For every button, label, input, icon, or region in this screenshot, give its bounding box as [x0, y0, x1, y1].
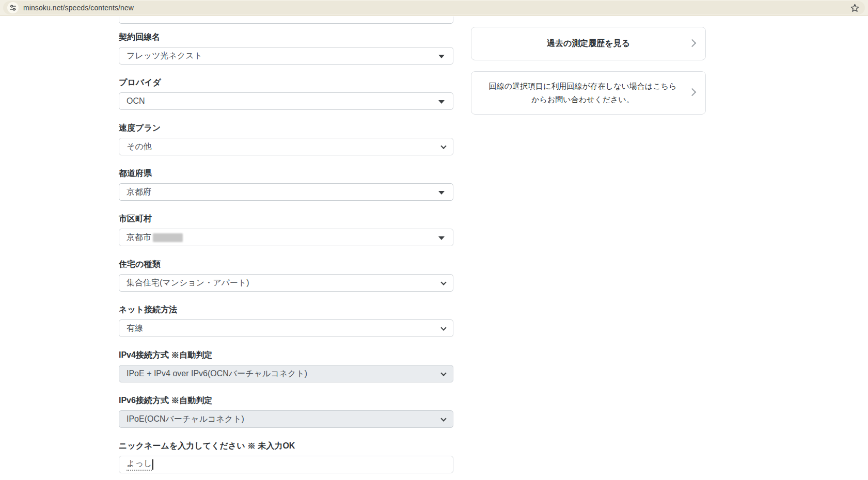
dropdown-triangle-icon [438, 236, 445, 240]
connection-method-select[interactable]: 有線 [119, 319, 453, 337]
city-dropdown[interactable]: 京都市 [119, 229, 453, 246]
housing-type-value: 集合住宅(マンション・アパート) [127, 278, 249, 289]
city-label: 市区町村 [119, 214, 453, 224]
select-chevron-icon [440, 415, 446, 421]
field-city: 市区町村 京都市 [119, 214, 453, 246]
provider-dropdown[interactable]: OCN [119, 92, 453, 110]
contract-line-value: フレッツ光ネクスト [127, 51, 202, 61]
speed-report-form: 契約回線名 フレッツ光ネクスト プロバイダ OCN 速度プラン その他 都道府県 [119, 16, 453, 480]
dropdown-triangle-icon [438, 100, 445, 104]
ipv4-method-select-disabled: IPoE + IPv4 over IPv6(OCNバーチャルコネクト) [119, 365, 453, 382]
bookmark-star-icon[interactable] [848, 2, 861, 14]
field-ipv6-method: IPv6接続方式 ※自動判定 IPoE(OCNバーチャルコネクト) [119, 395, 453, 428]
address-bar[interactable]: minsoku.net/speeds/contents/new [3, 1, 865, 14]
page-content: 契約回線名 フレッツ光ネクスト プロバイダ OCN 速度プラン その他 都道府県 [0, 16, 868, 480]
contract-line-label: 契約回線名 [119, 32, 453, 42]
dropdown-triangle-icon [438, 55, 445, 58]
connection-method-value: 有線 [127, 323, 143, 334]
select-chevron-icon [440, 370, 446, 376]
ipv6-method-value: IPoE(OCNバーチャルコネクト) [127, 414, 244, 425]
truncated-field-above[interactable] [119, 17, 453, 24]
ipv6-method-label: IPv6接続方式 ※自動判定 [119, 395, 453, 406]
field-connection-method: ネット接続方法 有線 [119, 305, 453, 337]
dropdown-triangle-icon [438, 191, 445, 195]
site-settings-icon[interactable] [7, 2, 19, 13]
ipv6-method-select-disabled: IPoE(OCNバーチャルコネクト) [119, 410, 453, 428]
provider-label: プロバイダ [119, 77, 453, 88]
city-value: 京都市 [127, 232, 151, 243]
field-prefecture: 都道府県 京都府 [119, 168, 453, 201]
speed-plan-value: その他 [127, 141, 152, 152]
prefecture-dropdown[interactable]: 京都府 [119, 183, 453, 201]
nickname-value: よっし [127, 458, 152, 471]
field-nickname: ニックネームを入力してください ※ 未入力OK よっし [119, 441, 453, 473]
ipv4-method-value: IPoE + IPv4 over IPv6(OCNバーチャルコネクト) [127, 369, 307, 379]
housing-type-label: 住宅の種類 [119, 259, 453, 269]
redacted-city-detail [153, 233, 183, 242]
text-caret [152, 459, 153, 470]
speed-plan-label: 速度プラン [119, 123, 453, 133]
contact-card-label: 回線の選択項目に利用回線が存在しない場合はこちらからお問い合わせください。 [487, 79, 678, 107]
history-card-label: 過去の測定履歴を見る [547, 38, 630, 49]
select-chevron-icon [440, 143, 446, 149]
field-speed-plan: 速度プラン その他 [119, 123, 453, 155]
prefecture-value: 京都府 [127, 187, 151, 198]
chevron-right-icon [688, 39, 697, 47]
field-housing-type: 住宅の種類 集合住宅(マンション・アパート) [119, 259, 453, 292]
housing-type-select[interactable]: 集合住宅(マンション・アパート) [119, 274, 453, 292]
field-ipv4-method: IPv4接続方式 ※自動判定 IPoE + IPv4 over IPv6(OCN… [119, 350, 453, 382]
field-contract-line: 契約回線名 フレッツ光ネクスト [119, 32, 453, 65]
speed-plan-select[interactable]: その他 [119, 138, 453, 155]
contact-card[interactable]: 回線の選択項目に利用回線が存在しない場合はこちらからお問い合わせください。 [471, 71, 706, 115]
provider-value: OCN [127, 97, 145, 106]
chevron-right-icon [688, 88, 697, 97]
ipv4-method-label: IPv4接続方式 ※自動判定 [119, 350, 453, 360]
nickname-input[interactable]: よっし [119, 456, 453, 473]
field-provider: プロバイダ OCN [119, 77, 453, 110]
contract-line-dropdown[interactable]: フレッツ光ネクスト [119, 47, 453, 65]
nickname-label: ニックネームを入力してください ※ 未入力OK [119, 441, 453, 451]
select-chevron-icon [440, 325, 446, 330]
url-text[interactable]: minsoku.net/speeds/contents/new [23, 4, 134, 12]
prefecture-label: 都道府県 [119, 168, 453, 179]
browser-toolbar: minsoku.net/speeds/contents/new [0, 0, 868, 16]
connection-method-label: ネット接続方法 [119, 305, 453, 315]
select-chevron-icon [440, 279, 446, 285]
measurement-history-card[interactable]: 過去の測定履歴を見る [471, 27, 706, 60]
side-column: 過去の測定履歴を見る 回線の選択項目に利用回線が存在しない場合はこちらからお問い… [471, 16, 706, 480]
